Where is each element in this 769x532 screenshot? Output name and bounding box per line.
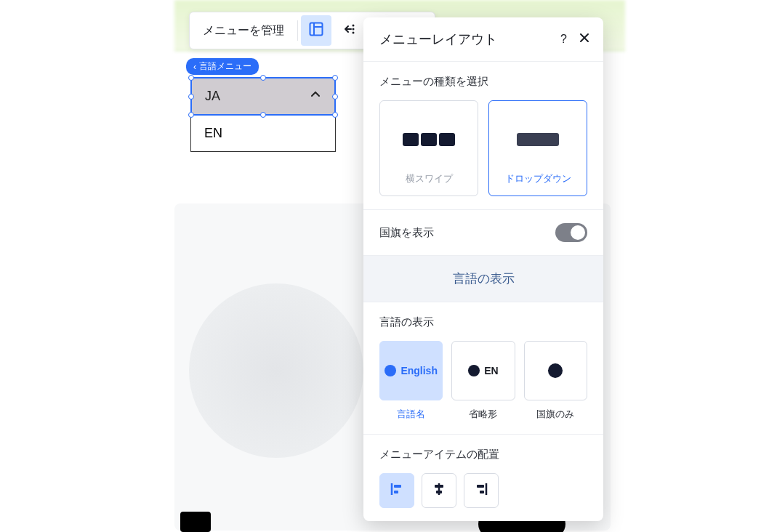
svg-rect-10 (394, 485, 401, 488)
svg-rect-11 (394, 491, 398, 493)
svg-rect-13 (435, 485, 443, 488)
show-flag-row: 国旗を表示 (363, 209, 603, 255)
accordion-title: 言語の表示 (453, 272, 515, 286)
display-option-flag-only[interactable] (524, 341, 587, 400)
display-label-fullname: 言語名 (379, 408, 443, 421)
chevron-up-icon (310, 89, 321, 104)
svg-point-4 (353, 28, 355, 31)
horizontal-preview-icon (403, 124, 455, 155)
display-option-fullname[interactable]: English (379, 341, 443, 400)
dropdown-item-label: EN (204, 126, 222, 140)
language-display-accordion[interactable]: 言語の表示 (363, 255, 603, 302)
decorative-black-box (180, 512, 211, 532)
display-short-text: EN (484, 365, 498, 376)
manage-menu-button[interactable]: メニューを管理 (193, 15, 294, 46)
resize-handle[interactable] (260, 75, 266, 81)
element-badge-label: 言語メニュー (199, 60, 251, 73)
toggle-knob (571, 225, 585, 240)
resize-handle[interactable] (188, 75, 194, 81)
align-left-icon (389, 481, 405, 500)
design-button[interactable] (334, 15, 365, 46)
menu-layout-panel: メニューレイアウト ? メニューの種類を選択 横スワイプ (363, 17, 603, 521)
selection-frame[interactable]: JA (190, 77, 336, 116)
svg-rect-14 (436, 491, 442, 493)
resize-handle[interactable] (332, 112, 338, 118)
selected-language-menu[interactable]: ‹ 言語メニュー JA EN (190, 77, 336, 152)
menu-type-dropdown[interactable]: ドロップダウン (488, 100, 587, 196)
layout-icon (309, 22, 323, 39)
layout-button[interactable] (301, 15, 331, 46)
resize-handle[interactable] (260, 112, 266, 118)
close-button[interactable] (579, 32, 590, 47)
show-flag-toggle[interactable] (555, 223, 587, 242)
dropdown-selected-value: JA (205, 89, 220, 104)
resize-handle[interactable] (332, 75, 338, 81)
design-icon (342, 22, 357, 39)
manage-menu-label: メニューを管理 (203, 23, 284, 39)
align-center-icon (431, 481, 447, 500)
resize-handle[interactable] (332, 94, 338, 100)
chevron-left-icon: ‹ (193, 62, 196, 72)
align-right-icon (473, 481, 489, 500)
menu-type-dropdown-label: ドロップダウン (505, 172, 571, 185)
panel-header: メニューレイアウト ? (363, 17, 603, 62)
flag-dot-icon (468, 365, 480, 376)
display-label-flag: 国旗のみ (524, 408, 587, 421)
display-option-short[interactable]: EN (451, 341, 515, 400)
menu-type-title: メニューの種類を選択 (379, 75, 587, 89)
show-flag-label: 国旗を表示 (379, 226, 434, 240)
svg-rect-16 (477, 485, 484, 488)
svg-point-5 (353, 32, 355, 34)
menu-type-horizontal[interactable]: 横スワイプ (379, 100, 478, 196)
menu-type-section: メニューの種類を選択 横スワイプ ドロップダウン (363, 62, 603, 209)
flag-dot-icon (384, 365, 396, 376)
language-display-section: 言語の表示 English EN 言語名 省略形 国旗のみ (363, 302, 603, 434)
svg-rect-17 (480, 491, 484, 493)
display-fullname-text: English (400, 365, 438, 376)
toolbar-separator (297, 20, 298, 41)
flag-dot-icon (548, 363, 563, 378)
alignment-title: メニューアイテムの配置 (379, 448, 587, 462)
background-circle (189, 283, 363, 458)
resize-handle[interactable] (188, 112, 194, 118)
language-display-title: 言語の表示 (379, 315, 587, 329)
align-right-button[interactable] (464, 473, 499, 508)
dropdown-list: EN (190, 116, 336, 152)
svg-rect-0 (310, 23, 323, 36)
panel-title: メニューレイアウト (379, 31, 497, 48)
dropdown-item[interactable]: EN (191, 116, 335, 151)
dropdown-selected-row[interactable]: JA (192, 78, 334, 114)
menu-type-horizontal-label: 横スワイプ (406, 172, 453, 185)
alignment-section: メニューアイテムの配置 (363, 434, 603, 521)
dropdown-preview-icon (517, 124, 559, 155)
element-badge[interactable]: ‹ 言語メニュー (186, 58, 259, 75)
help-button[interactable]: ? (560, 33, 567, 46)
resize-handle[interactable] (188, 94, 194, 100)
help-icon: ? (560, 33, 567, 45)
align-center-button[interactable] (422, 473, 456, 508)
display-label-short: 省略形 (451, 408, 515, 421)
svg-point-3 (353, 25, 355, 27)
close-icon (579, 33, 590, 46)
align-left-button[interactable] (379, 473, 414, 508)
